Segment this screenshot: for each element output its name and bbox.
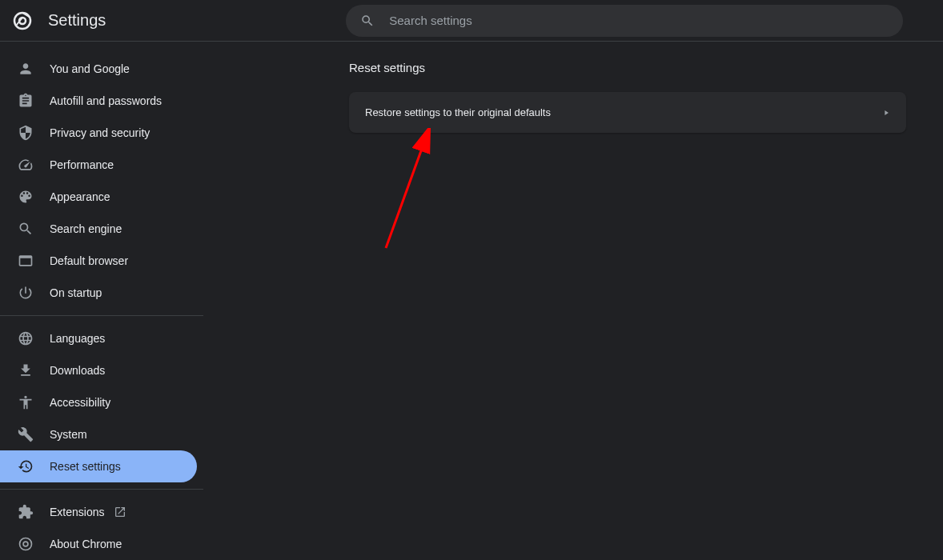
- globe-icon: [18, 330, 34, 346]
- accessibility-icon: [18, 394, 34, 410]
- sidebar-item-label: You and Google: [50, 62, 130, 75]
- sidebar-item-label: On startup: [50, 286, 102, 299]
- sidebar-item-label: Performance: [50, 158, 114, 171]
- reset-icon: [18, 458, 34, 474]
- person-icon: [18, 61, 34, 77]
- puzzle-icon: [18, 504, 34, 520]
- sidebar-item-privacy[interactable]: Privacy and security: [0, 117, 197, 149]
- search-icon: [18, 221, 34, 237]
- sidebar-item-reset[interactable]: Reset settings: [0, 450, 197, 482]
- sidebar-item-label: Downloads: [50, 364, 105, 377]
- sidebar-item-you-and-google[interactable]: You and Google: [0, 53, 197, 85]
- sidebar-item-on-startup[interactable]: On startup: [0, 277, 197, 309]
- sidebar-item-about[interactable]: About Chrome: [0, 528, 197, 560]
- reset-card: Restore settings to their original defau…: [349, 92, 906, 133]
- sidebar-item-label: Extensions: [50, 506, 104, 518]
- sidebar-item-languages[interactable]: Languages: [0, 322, 197, 354]
- search-input[interactable]: [389, 14, 889, 27]
- sidebar-item-label: About Chrome: [50, 538, 122, 550]
- sidebar-item-search-engine[interactable]: Search engine: [0, 213, 197, 245]
- external-link-icon: [114, 506, 126, 518]
- chevron-right-icon: [882, 109, 890, 117]
- restore-defaults-row[interactable]: Restore settings to their original defau…: [349, 92, 906, 133]
- sidebar-item-downloads[interactable]: Downloads: [0, 354, 197, 386]
- speedometer-icon: [18, 157, 34, 173]
- sidebar-item-label: Autofill and passwords: [50, 94, 162, 107]
- main-content: Reset settings Restore settings to their…: [203, 42, 943, 560]
- restore-label: Restore settings to their original defau…: [365, 106, 551, 118]
- chrome-icon: [18, 536, 34, 552]
- sidebar-item-autofill[interactable]: Autofill and passwords: [0, 85, 197, 117]
- svg-point-5: [23, 542, 28, 546]
- power-icon: [18, 285, 34, 301]
- sidebar-item-label: Search engine: [50, 222, 122, 235]
- palette-icon: [18, 189, 34, 205]
- search-icon: [360, 14, 375, 28]
- chrome-logo-icon: [13, 11, 32, 30]
- sidebar-item-system[interactable]: System: [0, 418, 197, 450]
- svg-point-0: [14, 13, 30, 29]
- sidebar: You and Google Autofill and passwords Pr…: [0, 42, 203, 560]
- sidebar-item-accessibility[interactable]: Accessibility: [0, 386, 197, 418]
- section-title: Reset settings: [349, 61, 943, 74]
- page-title: Settings: [48, 11, 106, 30]
- download-icon: [18, 362, 34, 378]
- search-box[interactable]: [346, 5, 903, 37]
- wrench-icon: [18, 426, 34, 442]
- sidebar-item-label: Default browser: [50, 254, 128, 267]
- divider: [0, 315, 203, 316]
- header: Settings: [0, 0, 943, 42]
- sidebar-item-label: Privacy and security: [50, 126, 150, 139]
- sidebar-item-label: Languages: [50, 332, 105, 345]
- sidebar-item-label: System: [50, 428, 87, 441]
- sidebar-item-label: Appearance: [50, 190, 110, 203]
- sidebar-item-performance[interactable]: Performance: [0, 149, 197, 181]
- sidebar-item-label: Reset settings: [50, 460, 121, 473]
- shield-icon: [18, 125, 34, 141]
- sidebar-item-default-browser[interactable]: Default browser: [0, 245, 197, 277]
- sidebar-item-label: Accessibility: [50, 396, 110, 409]
- svg-point-4: [20, 538, 32, 550]
- clipboard-icon: [18, 93, 34, 109]
- browser-icon: [18, 253, 34, 269]
- sidebar-item-extensions[interactable]: Extensions: [0, 496, 197, 528]
- divider: [0, 489, 203, 490]
- sidebar-item-appearance[interactable]: Appearance: [0, 181, 197, 213]
